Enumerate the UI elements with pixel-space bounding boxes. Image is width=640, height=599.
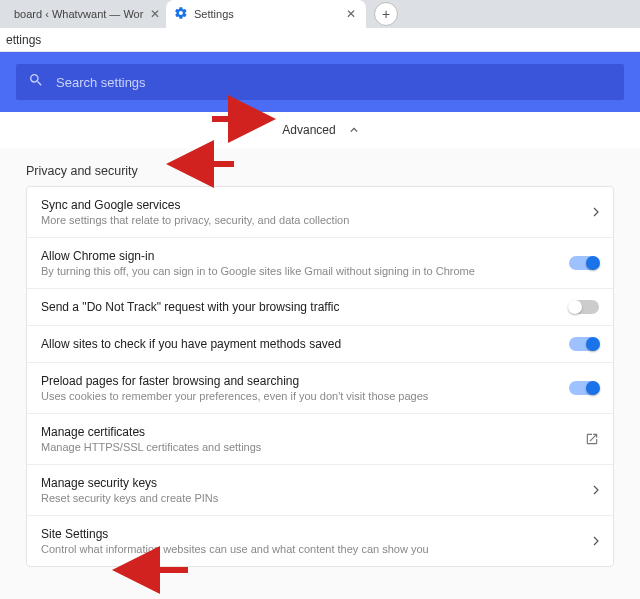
row-sub: More settings that relate to privacy, se… bbox=[41, 214, 559, 226]
plus-icon: + bbox=[382, 7, 390, 21]
tab-settings[interactable]: Settings ✕ bbox=[166, 0, 366, 28]
advanced-toggle[interactable]: Advanced bbox=[0, 112, 640, 148]
browser-tabstrip: board ‹ Whatvwant — Wor ✕ Settings ✕ + bbox=[0, 0, 640, 28]
settings-card: Sync and Google services More settings t… bbox=[26, 186, 614, 567]
section-title: Privacy and security bbox=[26, 164, 138, 178]
tab-active-label: Settings bbox=[194, 8, 344, 20]
hero bbox=[0, 52, 640, 112]
tab-inactive-label: board ‹ Whatvwant — Wor bbox=[14, 8, 148, 20]
external-link-icon bbox=[559, 432, 599, 446]
row-sub: Reset security keys and create PINs bbox=[41, 492, 559, 504]
row-sub: Uses cookies to remember your preference… bbox=[41, 390, 559, 402]
row-title: Send a "Do Not Track" request with your … bbox=[41, 300, 559, 314]
chevron-right-icon bbox=[559, 485, 599, 495]
search-box[interactable] bbox=[16, 64, 624, 100]
row-title: Allow sites to check if you have payment… bbox=[41, 337, 559, 351]
row-title: Site Settings bbox=[41, 527, 559, 541]
page-title-text: ettings bbox=[6, 33, 41, 47]
row-sub: Manage HTTPS/SSL certificates and settin… bbox=[41, 441, 559, 453]
row-sync-google[interactable]: Sync and Google services More settings t… bbox=[27, 187, 613, 237]
row-title: Allow Chrome sign-in bbox=[41, 249, 559, 263]
row-site-settings[interactable]: Site Settings Control what information w… bbox=[27, 515, 613, 566]
gear-icon bbox=[174, 6, 188, 22]
toggle-payment-methods[interactable] bbox=[569, 337, 599, 351]
row-preload-pages[interactable]: Preload pages for faster browsing and se… bbox=[27, 362, 613, 413]
toggle-chrome-signin[interactable] bbox=[569, 256, 599, 270]
row-sub: Control what information websites can us… bbox=[41, 543, 559, 555]
search-input[interactable] bbox=[56, 75, 612, 90]
row-title: Manage security keys bbox=[41, 476, 559, 490]
row-security-keys[interactable]: Manage security keys Reset security keys… bbox=[27, 464, 613, 515]
row-chrome-signin[interactable]: Allow Chrome sign-in By turning this off… bbox=[27, 237, 613, 288]
row-do-not-track[interactable]: Send a "Do Not Track" request with your … bbox=[27, 288, 613, 325]
row-title: Manage certificates bbox=[41, 425, 559, 439]
row-sub: By turning this off, you can sign in to … bbox=[41, 265, 559, 277]
close-icon[interactable]: ✕ bbox=[148, 7, 162, 21]
close-icon[interactable]: ✕ bbox=[344, 7, 358, 21]
row-title: Sync and Google services bbox=[41, 198, 559, 212]
advanced-label: Advanced bbox=[282, 123, 335, 137]
tab-inactive[interactable]: board ‹ Whatvwant — Wor ✕ bbox=[0, 0, 170, 28]
row-payment-methods[interactable]: Allow sites to check if you have payment… bbox=[27, 325, 613, 362]
toggle-do-not-track[interactable] bbox=[569, 300, 599, 314]
new-tab-button[interactable]: + bbox=[374, 2, 398, 26]
row-manage-certificates[interactable]: Manage certificates Manage HTTPS/SSL cer… bbox=[27, 413, 613, 464]
chevron-up-icon bbox=[350, 123, 358, 137]
page-title: ettings bbox=[0, 28, 640, 52]
chevron-right-icon bbox=[559, 207, 599, 217]
toggle-preload[interactable] bbox=[569, 381, 599, 395]
row-title: Preload pages for faster browsing and se… bbox=[41, 374, 559, 388]
chevron-right-icon bbox=[559, 536, 599, 546]
section-heading-privacy: Privacy and security bbox=[0, 148, 640, 186]
search-icon bbox=[28, 72, 44, 92]
